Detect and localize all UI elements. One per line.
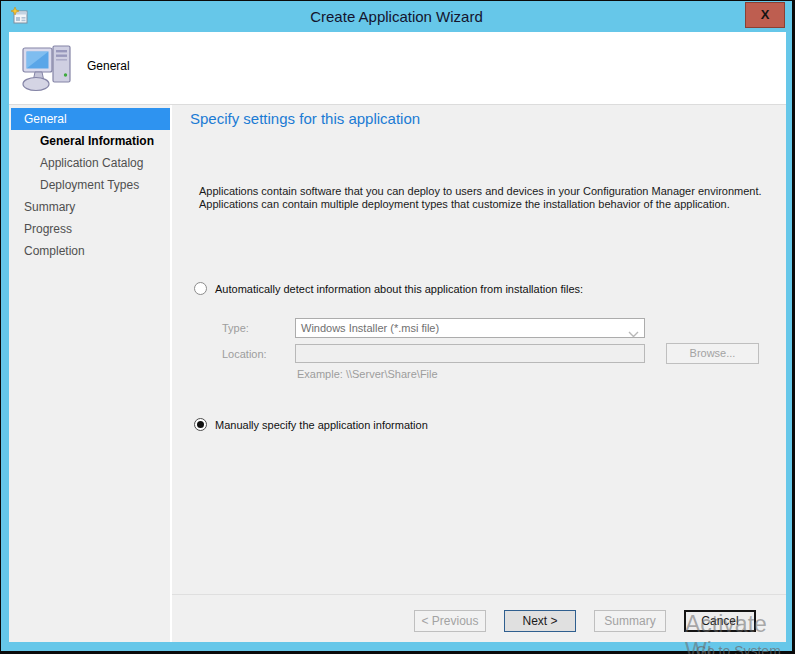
wizard-header: General <box>9 32 786 105</box>
description-line-1: Applications contain software that you c… <box>199 185 762 198</box>
cancel-button[interactable]: Cancel <box>684 610 756 632</box>
type-dropdown[interactable]: Windows Installer (*.msi file) <box>295 318 645 338</box>
chevron-down-icon <box>628 325 639 343</box>
radio-manual-specify[interactable]: Manually specify the application informa… <box>194 418 428 431</box>
nav-item-general[interactable]: General <box>11 108 170 130</box>
next-button[interactable]: Next > <box>504 610 576 632</box>
summary-button[interactable]: Summary <box>594 610 666 632</box>
location-label: Location: <box>222 348 267 360</box>
description-line-2: Applications can contain multiple deploy… <box>199 198 762 211</box>
page-content: Specify settings for this application Ap… <box>172 105 786 594</box>
wizard-footer: < Previous Next > Summary Cancel <box>172 594 786 642</box>
wizard-step-label: General <box>87 59 130 73</box>
wizard-client-area: General General General Information Appl… <box>9 32 786 642</box>
type-label: Type: <box>222 322 249 334</box>
page-title: Specify settings for this application <box>190 110 420 127</box>
radio-auto-detect-label: Automatically detect information about t… <box>215 283 583 295</box>
wizard-nav: General General Information Application … <box>9 105 170 642</box>
type-dropdown-value: Windows Installer (*.msi file) <box>301 322 439 334</box>
nav-item-completion[interactable]: Completion <box>11 240 170 262</box>
nav-item-summary[interactable]: Summary <box>11 196 170 218</box>
location-input[interactable] <box>295 344 645 363</box>
previous-button[interactable]: < Previous <box>414 610 486 632</box>
page-description: Applications contain software that you c… <box>199 185 762 211</box>
browse-button[interactable]: Browse... <box>666 343 759 364</box>
computer-icon <box>20 41 76 97</box>
nav-item-deployment-types[interactable]: Deployment Types <box>11 174 170 196</box>
close-button[interactable]: X <box>745 2 785 28</box>
radio-auto-detect[interactable]: Automatically detect information about t… <box>194 282 583 295</box>
radio-manual-specify-label: Manually specify the application informa… <box>215 419 428 431</box>
radio-manual-specify-circle[interactable] <box>194 418 207 431</box>
screen: Create Application Wizard X <box>0 0 795 654</box>
nav-item-general-information[interactable]: General Information <box>11 130 170 152</box>
nav-item-application-catalog[interactable]: Application Catalog <box>11 152 170 174</box>
location-example-text: Example: \\Server\Share\File <box>297 368 438 380</box>
nav-item-progress[interactable]: Progress <box>11 218 170 240</box>
titlebar: Create Application Wizard <box>1 1 792 32</box>
window-title: Create Application Wizard <box>1 1 792 32</box>
window-chrome: Create Application Wizard X <box>1 1 792 651</box>
radio-auto-detect-circle[interactable] <box>194 282 207 295</box>
